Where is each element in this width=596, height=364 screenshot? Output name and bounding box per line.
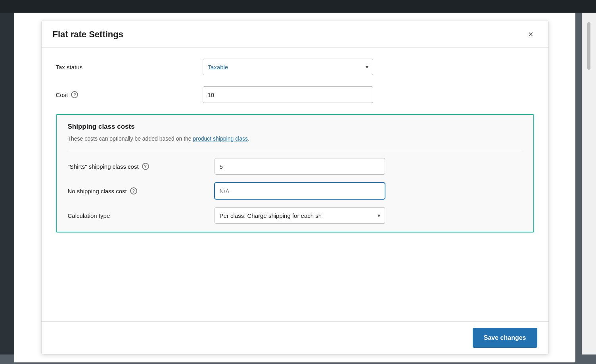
tax-status-label: Tax status — [56, 64, 203, 71]
calculation-type-label: Calculation type — [68, 212, 215, 219]
shipping-class-box: Shipping class costs These costs can opt… — [56, 114, 534, 233]
no-class-help-icon[interactable]: ? — [130, 187, 137, 194]
calculation-type-select-wrapper: Per class: Charge shipping for each sh P… — [215, 207, 385, 224]
shipping-class-desc: These costs can optionally be added base… — [68, 135, 522, 150]
no-class-cost-label: No shipping class cost ? — [68, 187, 215, 194]
calculation-type-select[interactable]: Per class: Charge shipping for each sh P… — [215, 207, 385, 224]
product-shipping-class-link[interactable]: product shipping class — [193, 135, 248, 142]
shirts-cost-row: "Shirts" shipping class cost ? — [68, 158, 522, 175]
modal-title: Flat rate Settings — [53, 29, 123, 40]
cost-help-icon[interactable]: ? — [71, 91, 78, 98]
no-class-cost-row: No shipping class cost ? — [68, 183, 522, 199]
cost-input[interactable] — [203, 86, 373, 103]
shirts-help-icon[interactable]: ? — [142, 163, 149, 170]
modal: Flat rate Settings × Tax status Taxable … — [41, 21, 549, 354]
cost-label: Cost ? — [56, 91, 203, 98]
modal-header: Flat rate Settings × — [42, 21, 548, 48]
tax-status-select-wrapper: Taxable None ▾ — [203, 59, 373, 75]
tax-status-select[interactable]: Taxable None — [203, 59, 373, 75]
modal-body: Tax status Taxable None ▾ Cost ? — [42, 48, 548, 321]
top-bar — [0, 0, 596, 13]
right-panel — [582, 13, 596, 354]
scrollbar[interactable] — [587, 22, 590, 70]
tax-status-row: Tax status Taxable None ▾ — [56, 59, 534, 75]
no-class-cost-input[interactable] — [215, 183, 385, 199]
shipping-class-title: Shipping class costs — [68, 123, 522, 131]
cost-row: Cost ? — [56, 86, 534, 103]
shipping-class-body: "Shirts" shipping class cost ? No shippi… — [57, 150, 533, 232]
modal-container: Flat rate Settings × Tax status Taxable … — [14, 13, 575, 362]
calculation-type-row: Calculation type Per class: Charge shipp… — [68, 207, 522, 224]
modal-footer: Save changes — [42, 321, 548, 354]
shirts-cost-label: "Shirts" shipping class cost ? — [68, 163, 215, 170]
save-changes-button[interactable]: Save changes — [473, 328, 537, 348]
shipping-class-header: Shipping class costs These costs can opt… — [57, 115, 533, 150]
close-button[interactable]: × — [525, 28, 537, 41]
shirts-cost-input[interactable] — [215, 158, 385, 175]
sidebar — [0, 13, 14, 354]
